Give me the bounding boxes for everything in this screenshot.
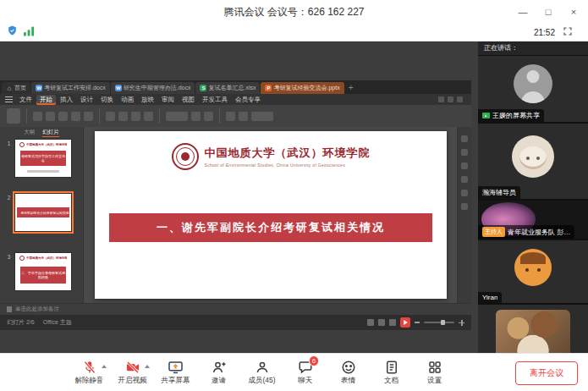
participant-tile[interactable]: 瀚海辅导员 [478, 124, 588, 201]
sidebar-tool-icon[interactable] [461, 176, 468, 183]
thumbnail-slide-3[interactable]: 中国地质大学（武汉）环境学院 二、学长学姐分享考研复试调剂经验 [14, 252, 72, 291]
mic-options-caret-icon[interactable] [102, 365, 107, 368]
mini-logo-row: 中国地质大学（武汉）环境学院 [19, 142, 67, 147]
participant-tile[interactable] [478, 305, 588, 354]
zoom-in-icon[interactable] [459, 320, 464, 326]
members-button[interactable]: 成员(45) [240, 359, 283, 386]
fullscreen-icon[interactable] [563, 25, 573, 40]
ribbon-button[interactable] [106, 112, 115, 121]
close-button[interactable]: × [561, 0, 586, 24]
ribbon-button[interactable] [118, 112, 128, 121]
chat-button[interactable]: 6 聊天 [283, 359, 327, 386]
ribbon-button[interactable] [239, 112, 248, 121]
ribbon-button[interactable] [251, 112, 273, 121]
tab-slides[interactable]: 幻灯片 [42, 129, 59, 137]
note-icon [7, 306, 12, 312]
view-reading-icon[interactable] [389, 319, 396, 326]
ribbon-button[interactable] [84, 112, 93, 121]
menu-home[interactable]: 开始 [36, 95, 56, 105]
wps-tab-home[interactable]: ⌂ 首页 [2, 82, 30, 94]
wps-tab-doc2[interactable]: W 研究生中期管理办法.docx [111, 82, 195, 94]
participant-label: 主持人 青年就业服务队 彭… [478, 225, 574, 239]
participant-tile[interactable]: 主持人 青年就业服务队 彭… [478, 201, 588, 240]
ribbon-button[interactable] [131, 112, 140, 121]
notes-bar[interactable]: 单击此处添加备注 [0, 303, 471, 315]
slide-thumbnail-panel: 大纲 幻灯片 1 中国地质大学（武汉）环境学院 考研复试与升学指导工作交流会 [0, 127, 84, 303]
menu-file[interactable]: 文件 [16, 95, 36, 105]
tab-outline[interactable]: 大纲 [24, 129, 35, 136]
menu-member[interactable]: 会员专享 [232, 95, 264, 105]
ribbon-button[interactable] [191, 112, 201, 121]
wps-tab-presentation-active[interactable]: P 考研复试经验交流会.pptx [261, 82, 343, 94]
divider [219, 108, 220, 124]
settings-button[interactable]: 设置 [413, 359, 456, 386]
minimize-button[interactable]: — [510, 0, 536, 24]
sidebar-tool-icon[interactable] [461, 162, 468, 169]
view-normal-icon[interactable] [367, 319, 374, 326]
ribbon-button[interactable] [166, 112, 188, 121]
zoom-slider-knob[interactable] [441, 320, 445, 325]
mini-logo-row: 中国地质大学（武汉）环境学院 [19, 256, 67, 261]
start-video-button[interactable]: 开启视频 [111, 359, 154, 386]
unmute-button[interactable]: 解除静音 [68, 359, 111, 386]
wps-tab-sheet[interactable]: S 复试名单汇总.xlsx [195, 82, 260, 94]
invite-button[interactable]: 邀请 [197, 359, 240, 386]
new-tab-button[interactable]: + [349, 83, 354, 92]
slide-thumb-3: 3 中国地质大学（武汉）环境学院 二、学长学姐分享考研复试调剂经验 [3, 252, 72, 291]
menu-slideshow[interactable]: 放映 [138, 95, 157, 105]
toolbar-label: 邀请 [212, 376, 226, 386]
tab-label: 首页 [14, 84, 26, 92]
ribbon-button[interactable] [204, 112, 213, 121]
wps-tab-doc1[interactable]: W 考研复试工作安排.docx [31, 82, 110, 94]
mini-title-box: 二、学长学姐分享考研复试调剂经验 [20, 267, 66, 284]
view-sorter-icon[interactable] [378, 319, 385, 326]
thumbnail-slide-2-selected[interactable]: 一、谢先军副院长介绍考研复试相关情况 [14, 193, 72, 232]
collapse-ribbon-icon[interactable] [457, 96, 463, 102]
ribbon-button[interactable] [58, 112, 68, 121]
slide-title-banner: 一、谢先军副院长介绍考研复试相关情况 [109, 213, 432, 242]
ribbon-button[interactable] [33, 112, 42, 121]
share-screen-button[interactable]: 共享屏幕 [154, 359, 197, 386]
zoom-slider[interactable] [424, 322, 454, 323]
current-slide[interactable]: 中国地质大学（武汉）环境学院 School of Environmental S… [95, 131, 447, 299]
tab-label: 复试名单汇总.xlsx [208, 84, 256, 92]
maximize-button[interactable]: □ [536, 0, 561, 24]
slide-number: 2 [3, 193, 14, 232]
sidebar-tool-icon[interactable] [461, 135, 468, 142]
menu-design[interactable]: 设计 [77, 95, 96, 105]
leave-meeting-button[interactable]: 离开会议 [515, 361, 578, 385]
thumbnail-slide-1[interactable]: 中国地质大学（武汉）环境学院 考研复试与升学指导工作交流会 [14, 139, 72, 178]
participant-tile[interactable]: Yiran [478, 240, 588, 305]
network-signal-icon[interactable] [24, 25, 35, 40]
menu-devtools[interactable]: 开发工具 [199, 95, 231, 105]
menu-animation[interactable]: 动画 [118, 95, 137, 105]
menu-insert[interactable]: 插入 [57, 95, 76, 105]
camera-options-caret-icon[interactable] [145, 365, 150, 368]
search-icon[interactable] [438, 96, 444, 102]
menu-transition[interactable]: 切换 [97, 95, 117, 105]
participant-tile[interactable]: 王媛的屏幕共享 [478, 56, 588, 124]
emoji-button[interactable]: 表情 [327, 359, 370, 386]
menu-review[interactable]: 审阅 [158, 95, 178, 105]
paste-button[interactable] [7, 108, 20, 124]
menu-view[interactable]: 视图 [179, 95, 198, 105]
sidebar-tool-icon[interactable] [461, 190, 468, 196]
ribbon-button[interactable] [144, 112, 153, 121]
docx-file-icon: W [115, 85, 122, 91]
slideshow-play-button[interactable] [400, 317, 410, 328]
sidebar-tool-icon[interactable] [461, 203, 468, 210]
zoom-out-icon[interactable] [415, 322, 420, 323]
docx-file-icon: W [36, 85, 42, 91]
ribbon-button[interactable] [71, 112, 80, 121]
sidebar-tool-icon[interactable] [461, 149, 468, 156]
pptx-file-icon: P [265, 85, 272, 91]
meeting-status-icons [0, 25, 35, 40]
ribbon-button[interactable] [46, 112, 55, 121]
notes-placeholder: 单击此处添加备注 [15, 306, 59, 313]
share-screen-icon [168, 359, 184, 375]
share-icon[interactable] [448, 96, 453, 102]
ribbon-button[interactable] [226, 112, 235, 121]
mic-off-icon [82, 359, 97, 375]
security-shield-icon[interactable] [7, 25, 18, 40]
docs-button[interactable]: 文档 [370, 359, 413, 386]
